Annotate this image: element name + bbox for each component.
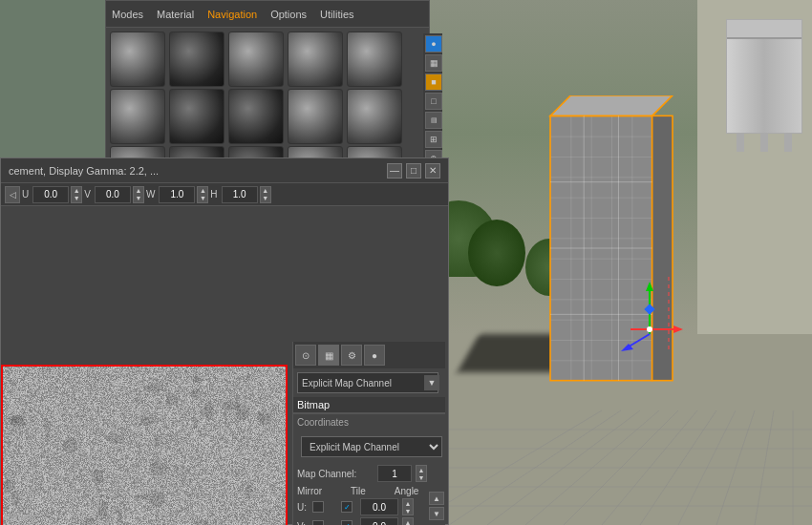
- v-spinner-up[interactable]: ▲: [134, 187, 143, 195]
- u-angle-input[interactable]: [360, 498, 398, 515]
- u-spinner-down[interactable]: ▼: [72, 195, 81, 202]
- u-input[interactable]: [32, 186, 69, 203]
- tab-icon-1[interactable]: ⊙: [295, 345, 316, 366]
- v-angle-spinner[interactable]: ▲ ▼: [402, 517, 414, 525]
- mirror-tile-header: Mirror Tile Angle: [297, 486, 441, 496]
- uv-coordinates-row: ◁ U ▲ ▼ V ▲ ▼ W ▲ ▼ H ▲ ▼: [1, 183, 448, 206]
- uv-back-button[interactable]: ◁: [5, 186, 20, 203]
- tab-icon-3[interactable]: ⚙: [341, 345, 362, 366]
- map-channel-spinner[interactable]: ▲ ▼: [416, 465, 427, 482]
- map-channel-down[interactable]: ▼: [417, 473, 426, 481]
- map-settings-panel: ⊙ ▦ ⚙ ● Explicit Map Channel ▼ Bitmap Co…: [292, 342, 445, 525]
- menu-modes[interactable]: Modes: [112, 9, 143, 20]
- meters-label: meters: [5, 512, 34, 522]
- h-input[interactable]: [222, 186, 258, 203]
- coordinates-section: Coordinates: [293, 413, 445, 430]
- material-ball[interactable]: [288, 32, 343, 87]
- map-channel-row: Map Channel: ▲ ▼: [293, 463, 445, 484]
- u-spinner[interactable]: ▲ ▼: [71, 186, 82, 203]
- menu-navigation[interactable]: Navigation: [207, 9, 257, 20]
- v-angle-input[interactable]: [360, 517, 398, 525]
- water-tank: [726, 19, 802, 134]
- panel-scroll-arrows: ▲ ▼: [429, 492, 444, 520]
- minimize-button[interactable]: —: [387, 163, 402, 178]
- close-button[interactable]: ✕: [425, 163, 440, 178]
- titlebar-controls: — □ ✕: [387, 163, 440, 178]
- explicit-map-dropdown-container[interactable]: Explicit Map Channel: [297, 434, 441, 459]
- material-ball[interactable]: [169, 32, 224, 87]
- material-ball[interactable]: [347, 32, 402, 87]
- side-icon-checker[interactable]: ▦: [425, 54, 442, 72]
- material-ball[interactable]: [110, 32, 165, 87]
- mirror-tile-section: Mirror Tile Angle U: ✓ ▲ ▼ V:: [293, 484, 445, 525]
- 3d-box: [516, 95, 707, 401]
- u-mirror-checkbox[interactable]: [312, 501, 324, 513]
- side-icon-box[interactable]: □: [425, 93, 442, 110]
- bitmap-label: Bitmap: [293, 397, 445, 413]
- side-icon-5[interactable]: ⊞: [425, 131, 442, 148]
- u-spinner-up[interactable]: ▲: [72, 187, 81, 195]
- map-channel-label: Map Channel:: [297, 469, 374, 479]
- menu-material[interactable]: Material: [157, 9, 194, 20]
- angle-header: Angle: [395, 486, 419, 496]
- u-tile-checkbox[interactable]: ✓: [341, 501, 353, 513]
- explicit-map-select[interactable]: Explicit Map Channel: [301, 436, 442, 457]
- u-angle-spinner[interactable]: ▲ ▼: [402, 498, 414, 515]
- texture-preview: [1, 365, 288, 525]
- material-ball[interactable]: [110, 89, 165, 144]
- scroll-up-arrow[interactable]: ▲: [429, 492, 444, 505]
- svg-marker-21: [550, 95, 673, 116]
- tile-header: Tile: [351, 486, 366, 496]
- side-toolbar: ● ▦ ■ □ ▤ ⊞ ⊕: [423, 33, 442, 169]
- mirror-header: Mirror: [297, 486, 322, 496]
- side-icon-4[interactable]: ▤: [425, 112, 442, 129]
- v-label: V: [84, 189, 91, 200]
- v-input[interactable]: [95, 186, 131, 203]
- material-ball[interactable]: [347, 89, 402, 144]
- map-type-dropdown[interactable]: Explicit Map Channel ▼: [297, 372, 441, 393]
- w-spinner-up[interactable]: ▲: [198, 187, 207, 195]
- u-angle-down[interactable]: ▼: [403, 507, 413, 514]
- w-label: W: [146, 189, 155, 200]
- map-channel-up[interactable]: ▲: [417, 466, 426, 473]
- v-spinner[interactable]: ▲ ▼: [133, 186, 144, 203]
- mat-editor-menubar: Modes Material Navigation Options Utilit…: [106, 1, 429, 28]
- u-angle-up[interactable]: ▲: [403, 499, 413, 507]
- v-mirror-checkbox[interactable]: [312, 520, 324, 525]
- maximize-button[interactable]: □: [406, 163, 421, 178]
- mirror-tile-u-row: U: ✓ ▲ ▼: [297, 498, 441, 515]
- material-ball[interactable]: [169, 89, 224, 144]
- svg-rect-35: [644, 304, 654, 314]
- svg-point-34: [647, 326, 652, 332]
- v-tile-checkbox[interactable]: ✓: [341, 520, 353, 525]
- map-channel-input[interactable]: [377, 465, 412, 482]
- map-type-select[interactable]: Explicit Map Channel: [297, 372, 438, 393]
- material-ball[interactable]: [288, 89, 343, 144]
- map-panel-tabs: ⊙ ▦ ⚙ ●: [293, 342, 445, 368]
- mirror-tile-v-row: V: ✓ ▲ ▼: [297, 517, 441, 525]
- menu-utilities[interactable]: Utilities: [320, 9, 353, 20]
- side-icon-orange[interactable]: ■: [425, 74, 442, 91]
- w-spinner-down[interactable]: ▼: [198, 195, 207, 202]
- map-dialog: cement, Display Gamma: 2.2, ... — □ ✕ ◁ …: [0, 158, 449, 525]
- map-dialog-titlebar: cement, Display Gamma: 2.2, ... — □ ✕: [1, 158, 448, 183]
- w-input[interactable]: [159, 186, 195, 203]
- side-icon-sphere[interactable]: ●: [425, 35, 442, 52]
- w-spinner[interactable]: ▲ ▼: [197, 186, 208, 203]
- v-coord-label: V:: [297, 521, 309, 526]
- tab-icon-2[interactable]: ▦: [318, 345, 339, 366]
- tab-icon-4[interactable]: ●: [364, 345, 385, 366]
- dialog-title: cement, Display Gamma: 2.2, ...: [9, 165, 387, 177]
- transform-gizmo: [611, 277, 688, 353]
- v-angle-up[interactable]: ▲: [403, 518, 413, 525]
- menu-options[interactable]: Options: [270, 9, 307, 20]
- h-spinner[interactable]: ▲ ▼: [260, 186, 271, 203]
- h-spinner-down[interactable]: ▼: [261, 195, 270, 202]
- v-spinner-down[interactable]: ▼: [134, 195, 143, 202]
- h-spinner-up[interactable]: ▲: [261, 187, 270, 195]
- material-ball[interactable]: [228, 89, 284, 144]
- scroll-down-arrow[interactable]: ▼: [429, 507, 444, 520]
- material-ball[interactable]: [228, 32, 284, 87]
- u-coord-label: U:: [297, 502, 309, 513]
- svg-marker-31: [673, 326, 683, 333]
